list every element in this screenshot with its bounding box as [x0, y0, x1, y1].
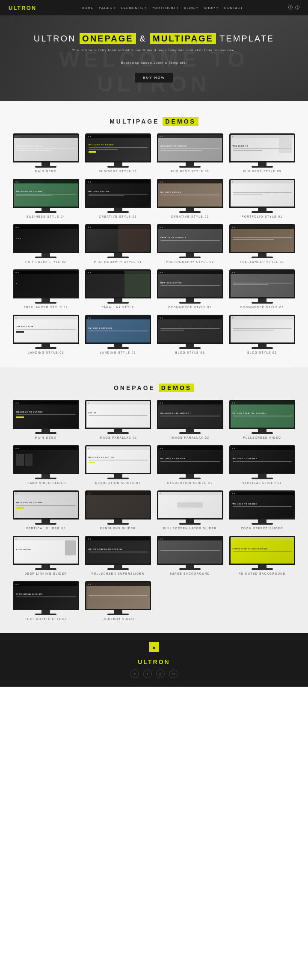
op-demo-deep-linking[interactable]: PROFESSIONAL... DEEP LINKING SLIDER — [13, 536, 79, 575]
demo-portfolio-01[interactable]: PORTFOLIO STYLE 01 — [229, 179, 296, 218]
twitter-icon[interactable]: ⓣ — [295, 5, 299, 11]
demo-freelancer-02[interactable]: ● FREELANCER STYLE 02 — [13, 269, 79, 309]
demo-landing-01[interactable]: THE BEST START... LANDING STYLE 01 — [13, 315, 79, 354]
monitor: WE LOVE DESIGN — [157, 179, 223, 213]
main-nav: HOME PAGES ▾ ELEMENTS ▾ PORTFOLIO ▾ BLOG… — [82, 6, 243, 10]
demo-label: IMAGE BACKGROUND — [170, 572, 210, 575]
monitor: NEW COLLECTION — [157, 269, 223, 304]
demo-label: BLOG STYLE 01 — [175, 351, 205, 354]
op-demo-revolution-01[interactable]: WELCOME TO ULT ON REVOLUTION SLIDER 01 — [85, 445, 151, 484]
demo-label: BUSINESS STYLE 03 — [243, 170, 281, 173]
op-demo-parallax-02[interactable]: UNLIMITED 24H SUPPORT IMAGE PARALLAX 02 — [157, 400, 223, 439]
demo-label: PORTFOLIO STYLE 02 — [25, 260, 66, 263]
onepage-title-pre: ONEPAGE — [114, 384, 159, 391]
demo-photography-01[interactable]: PHOTOGRAPHY STYLE 01 — [85, 224, 151, 263]
demo-business-04[interactable]: WELCOME TO ULTRON BUSINESS STYLE 04 — [13, 179, 79, 218]
op-demo-kenburns[interactable]: KENBURNS SLIDER — [85, 490, 151, 530]
op-demo-main[interactable]: WELCOME TO ULTRON MAIN DEMO — [13, 400, 79, 439]
demo-label: PHOTOGRAPHY STYLE 01 — [94, 260, 142, 263]
op-demo-animated-bg[interactable]: ULTRON CREATIVE DESIGN STUDIO ANIMATED B… — [229, 536, 296, 575]
op-demo-vertical-01[interactable]: WE LOVE TO DESIGN VERTICAL SLIDER 01 — [229, 445, 296, 484]
hero-title-mid: & — [136, 34, 150, 43]
demo-blog-01[interactable]: BLOG STYLE 01 — [157, 315, 223, 354]
demo-landing-02[interactable]: NATURE & EXPLORE LANDING STYLE 02 — [85, 315, 151, 354]
demo-label: PHOTOGRAPHY STYLE 02 — [166, 260, 214, 263]
op-demo-fullscreen-layer[interactable]: FULLSCREEN LAYER SLIDER — [157, 490, 223, 530]
onepage-section-title: ONEPAGE DEMOS — [13, 372, 295, 400]
googleplus-footer-icon[interactable]: g — [156, 670, 165, 678]
multipage-heading: MULTIPAGE DEMOS — [13, 118, 295, 125]
op-demo-revolution-02[interactable]: WE LOVE TO DESIGN REVOLUTION SLIDER 02 — [157, 445, 223, 484]
hero-cta-button[interactable]: BUY NOW — [135, 73, 173, 83]
chevron-up-icon: ▲ — [152, 645, 156, 649]
demo-main[interactable]: ULTRON NEXT LEVEL... MAIN DEMO — [13, 133, 79, 173]
hero-highlight-1: ONEPAGE — [80, 33, 136, 44]
hero-content: ULTRON ONEPAGE & MULTIPAGE TEMPLATE The … — [34, 34, 274, 83]
demo-portfolio-02[interactable]: ● ● ● PORTFOLIO STYLE 02 — [13, 224, 79, 263]
op-demo-html5-video[interactable]: HTML5 VIDEO SLIDER — [13, 445, 79, 484]
monitor: WELCOME TO BRAND — [85, 133, 151, 168]
demo-business-02[interactable]: WELCOME TO STUDIO BUSINESS STYLE 02 — [157, 133, 223, 173]
demo-ecommerce-02[interactable]: ECOMMERCE STYLE 02 — [229, 269, 296, 309]
op-demo-fullscreen-video[interactable]: ULTRON CREATIVE SESSION FULLSCREEN VIDEO — [229, 400, 296, 439]
monitor: ● — [13, 269, 79, 304]
nav-shop[interactable]: SHOP ▾ — [204, 6, 219, 10]
onepage-demos-grid: WELCOME TO ULTRON MAIN DEMO GET ON IMAGE… — [13, 400, 295, 620]
op-demo-text-rotate[interactable]: PROFESSIONAL ELEMENTS TEXT ROTATE EFFECT — [13, 581, 79, 620]
monitor: WE LOVE TO DESIGN — [229, 445, 296, 479]
scroll-top-button[interactable]: ▲ — [149, 642, 159, 652]
linkedin-footer-icon[interactable]: in — [169, 670, 178, 678]
nav-contact[interactable]: CONTACT — [224, 6, 243, 10]
op-demo-vertical-02[interactable]: WELCOME TO ULTRON VERTICAL SLIDER 02 — [13, 490, 79, 530]
monitor: WE LOVE TO DESIGN — [157, 445, 223, 479]
demo-label: MAIN DEMO — [35, 170, 57, 173]
demo-label: BLOG STYLE 02 — [247, 351, 277, 354]
op-demo-parallax-01[interactable]: GET ON IMAGE PARALLAX 01 — [85, 400, 151, 439]
hero-title-post: TEMPLATE — [216, 34, 274, 43]
monitor: NATURE & EXPLORE — [85, 315, 151, 349]
hero-subtitle-1: The Ultron is fully featured with one & … — [34, 48, 274, 53]
demo-ecommerce-01[interactable]: NEW COLLECTION ECOMMERCE STYLE 01 — [157, 269, 223, 309]
monitor — [229, 315, 296, 349]
op-demo-zoom-effect[interactable]: WE LOVE TO DESIGN ZOOM EFFECT SLIDER — [229, 490, 296, 530]
facebook-footer-icon[interactable]: f — [130, 670, 139, 678]
social-nav-icons: ⓕ ⓣ — [288, 5, 299, 11]
demo-creative-02[interactable]: WE LOVE DESIGN CREATIVE STYLE 02 — [157, 179, 223, 218]
op-demo-lightbox-video[interactable]: LIGHTBOX VIDEO — [85, 581, 151, 620]
nav-elements[interactable]: ELEMENTS ▾ — [121, 6, 146, 10]
monitor — [85, 490, 151, 525]
demo-label: KENBURNS SLIDER — [100, 527, 136, 530]
monitor: WELCOME TO ULTRON — [13, 490, 79, 525]
nav-blog[interactable]: BLOG ▾ — [184, 6, 198, 10]
demo-creative-01[interactable]: WE LOVE DESIGN CREATIVE STYLE 01 — [85, 179, 151, 218]
demo-business-03[interactable]: WELCOME TO BUSINESS STYLE 03 — [229, 133, 296, 173]
demo-label: FREELANCER STYLE 01 — [240, 260, 284, 263]
multipage-title-highlight: DEMOS — [163, 117, 198, 126]
demo-parallax[interactable]: PARALLAX STYLE — [85, 269, 151, 309]
demo-blog-02[interactable]: BLOG STYLE 02 — [229, 315, 296, 354]
site-logo[interactable]: ULTRON — [9, 5, 36, 11]
demo-label: VERTICAL SLIDER 01 — [242, 481, 282, 484]
onepage-demos-section: ONEPAGE DEMOS WELCOME TO ULTRON MAIN DEM… — [0, 367, 308, 633]
monitor: SAVE UPON IDENTITY — [157, 224, 223, 258]
demo-photography-02[interactable]: SAVE UPON IDENTITY PHOTOGRAPHY STYLE 02 — [157, 224, 223, 263]
nav-pages[interactable]: PAGES ▾ — [99, 6, 116, 10]
monitor — [85, 224, 151, 258]
demo-freelancer-01[interactable]: FREELANCER STYLE 01 — [229, 224, 296, 263]
demo-label: REVOLUTION SLIDER 01 — [95, 481, 141, 484]
op-demo-superslider[interactable]: WE DO SOMETHING SPECIAL FULLSCREEN SUPER… — [85, 536, 151, 575]
monitor — [229, 269, 296, 304]
nav-home[interactable]: HOME — [82, 6, 94, 10]
monitor: ULTRON NEXT LEVEL... — [13, 133, 79, 168]
op-demo-image-bg[interactable]: IMAGE BACKGROUND — [157, 536, 223, 575]
demo-label: TEXT ROTATE EFFECT — [25, 617, 67, 620]
monitor: WE LOVE DESIGN — [85, 179, 151, 213]
demo-label: ZOOM EFFECT SLIDER — [241, 527, 283, 530]
demo-business-01[interactable]: WELCOME TO BRAND BUSINESS STYLE 01 — [85, 133, 151, 173]
facebook-icon[interactable]: ⓕ — [288, 5, 293, 11]
twitter-footer-icon[interactable]: t — [143, 670, 152, 678]
monitor — [157, 315, 223, 349]
nav-portfolio[interactable]: PORTFOLIO ▾ — [152, 6, 179, 10]
demo-label: IMAGE PARALLAX 01 — [99, 436, 137, 439]
monitor: PROFESSIONAL ELEMENTS — [13, 581, 79, 615]
